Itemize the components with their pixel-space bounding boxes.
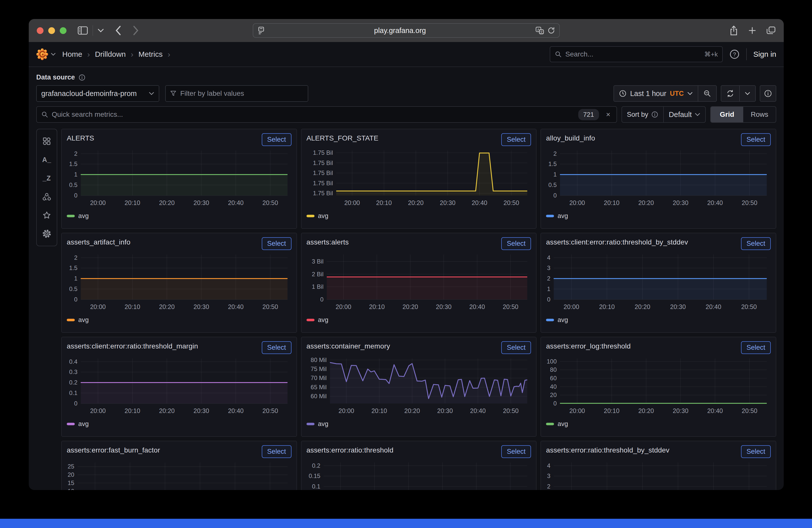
metrics-panel-grid: ALERTS Select 00.511.5220:0020:1020:2020… bbox=[61, 129, 776, 490]
panel-select-button[interactable]: Select bbox=[741, 133, 771, 146]
svg-text:20:00: 20:00 bbox=[338, 407, 354, 414]
global-search-input[interactable] bbox=[565, 50, 701, 58]
chart-legend[interactable]: avg bbox=[67, 212, 291, 220]
gear-icon[interactable] bbox=[39, 226, 55, 242]
metric-chart[interactable]: 60 Mil65 Mil70 Mil75 Mil80 Mil20:0020:10… bbox=[306, 356, 531, 417]
view-mode-grid[interactable]: Grid bbox=[711, 107, 743, 122]
panel-select-button[interactable]: Select bbox=[262, 133, 291, 146]
org-switcher-chevron-icon[interactable] bbox=[51, 53, 56, 56]
help-icon[interactable]: ? bbox=[729, 49, 740, 59]
chart-legend[interactable]: avg bbox=[67, 316, 291, 324]
group-icon[interactable] bbox=[39, 189, 55, 205]
label-filter-box[interactable] bbox=[165, 85, 308, 102]
panel-select-button[interactable]: Select bbox=[262, 445, 291, 458]
svg-text:1.75 Bil: 1.75 Bil bbox=[313, 190, 333, 196]
legend-swatch-icon bbox=[67, 423, 75, 425]
panel-select-button[interactable]: Select bbox=[501, 341, 531, 354]
global-search-box[interactable]: ⌘+k bbox=[550, 46, 723, 62]
apps-grid-icon[interactable] bbox=[39, 133, 55, 149]
chart-legend[interactable]: avg bbox=[546, 420, 771, 428]
sidebar-toggle-icon[interactable] bbox=[77, 26, 88, 35]
svg-text:3: 3 bbox=[547, 472, 551, 479]
chart-legend[interactable]: avg bbox=[67, 420, 291, 428]
view-mode-rows[interactable]: Rows bbox=[743, 107, 776, 122]
panel-select-button[interactable]: Select bbox=[501, 133, 531, 146]
svg-text:20:10: 20:10 bbox=[599, 303, 615, 310]
grafana-logo[interactable] bbox=[36, 48, 48, 60]
metric-chart[interactable]: 00.511.5220:0020:1020:2020:3020:4020:50 bbox=[67, 252, 291, 313]
svg-text:0: 0 bbox=[74, 400, 77, 407]
info-icon[interactable] bbox=[651, 111, 658, 118]
svg-text:0: 0 bbox=[74, 296, 77, 303]
chart-legend[interactable]: avg bbox=[306, 212, 531, 220]
data-source-picker[interactable]: grafanacloud-demoinfra-prom bbox=[36, 85, 159, 102]
refresh-interval-chevron[interactable] bbox=[739, 86, 755, 101]
breadcrumb-item[interactable]: Drilldown bbox=[95, 50, 126, 59]
panel-title: asserts_artifact_info bbox=[67, 237, 130, 246]
svg-text:20:00: 20:00 bbox=[569, 407, 585, 414]
panel-select-button[interactable]: Select bbox=[741, 237, 771, 250]
metric-panel: asserts:alerts Select 01 Bil2 Bil3 Bil20… bbox=[301, 233, 537, 333]
panel-title: asserts:client:error:ratio:threshold_by_… bbox=[546, 237, 688, 246]
address-bar[interactable]: play.grafana.org A 文 bbox=[253, 23, 560, 38]
tab-group-chevron-icon[interactable] bbox=[98, 28, 104, 33]
chart-legend[interactable]: avg bbox=[306, 316, 531, 324]
metric-panel: ALERTS_FOR_STATE Select 1.75 Bil1.75 Bil… bbox=[301, 129, 537, 229]
refresh-button[interactable] bbox=[721, 86, 739, 101]
back-icon[interactable] bbox=[115, 25, 122, 36]
metric-chart[interactable]: 1.75 Bil1.75 Bil1.75 Bil1.75 Bil1.75 Bil… bbox=[306, 148, 531, 209]
page-info-button[interactable] bbox=[760, 85, 776, 102]
time-range-picker[interactable]: Last 1 hour UTC bbox=[614, 86, 698, 101]
browser-toolbar: play.grafana.org A 文 bbox=[29, 19, 784, 42]
panel-select-button[interactable]: Select bbox=[741, 341, 771, 354]
metric-chart[interactable]: 01 Bil2 Bil3 Bil20:0020:1020:2020:3020:4… bbox=[306, 252, 531, 313]
panel-select-button[interactable]: Select bbox=[262, 237, 291, 250]
chart-legend[interactable]: avg bbox=[546, 316, 771, 324]
minimize-window-button[interactable] bbox=[48, 27, 55, 34]
info-icon[interactable] bbox=[78, 74, 86, 81]
svg-text:文: 文 bbox=[540, 30, 543, 34]
breadcrumb-item[interactable]: Metrics bbox=[139, 50, 163, 59]
label-filter-input[interactable] bbox=[180, 89, 304, 98]
new-tab-icon[interactable] bbox=[748, 26, 757, 35]
reload-icon[interactable] bbox=[547, 27, 555, 34]
chart-legend[interactable]: avg bbox=[306, 420, 531, 428]
fullscreen-window-button[interactable] bbox=[60, 27, 67, 34]
breadcrumb-item[interactable]: Home bbox=[62, 50, 82, 59]
close-window-button[interactable] bbox=[37, 27, 44, 34]
quick-search-input[interactable] bbox=[52, 111, 575, 118]
svg-text:20:00: 20:00 bbox=[90, 303, 106, 310]
metric-chart[interactable]: 0123420:0020:1020:2020:3020:4020:50 bbox=[546, 252, 771, 313]
sort-value-dropdown[interactable]: Default bbox=[663, 107, 705, 122]
url-text: play.grafana.org bbox=[265, 27, 535, 35]
panel-select-button[interactable]: Select bbox=[262, 341, 291, 354]
search-shortcut-hint: ⌘+k bbox=[704, 50, 718, 58]
forward-icon[interactable] bbox=[132, 25, 140, 36]
panel-select-button[interactable]: Select bbox=[501, 445, 531, 458]
metric-chart[interactable]: 00.511.5220:0020:1020:2020:3020:4020:50 bbox=[67, 148, 291, 209]
svg-text:20:10: 20:10 bbox=[125, 303, 140, 310]
svg-text:2: 2 bbox=[547, 483, 551, 490]
reader-icon[interactable] bbox=[257, 26, 265, 35]
tabs-overview-icon[interactable] bbox=[766, 26, 776, 35]
filter-prefix-icon[interactable]: A_ bbox=[39, 152, 55, 168]
zoom-out-button[interactable] bbox=[698, 86, 716, 101]
metric-chart[interactable]: 02040608010020:0020:1020:2020:3020:4020:… bbox=[546, 356, 771, 417]
metric-chart[interactable]: 00.10.20.30.420:0020:1020:2020:3020:4020… bbox=[67, 356, 291, 417]
share-icon[interactable] bbox=[729, 25, 738, 36]
star-icon[interactable] bbox=[39, 207, 55, 223]
metric-chart[interactable]: 00.511.5220:0020:1020:2020:3020:4020:50 bbox=[546, 148, 771, 209]
chart-legend[interactable]: avg bbox=[546, 212, 771, 220]
filter-suffix-icon[interactable]: _Z bbox=[39, 170, 55, 186]
metric-chart[interactable]: 00.050.10.150.220:0020:1020:2020:3020:40… bbox=[306, 460, 531, 490]
panel-select-button[interactable]: Select bbox=[501, 237, 531, 250]
svg-text:0.4: 0.4 bbox=[69, 358, 77, 365]
sign-in-button[interactable]: Sign in bbox=[753, 50, 776, 59]
panel-select-button[interactable]: Select bbox=[741, 445, 771, 458]
metric-chart[interactable]: 051015202520:0020:1020:2020:3020:4020:50 bbox=[67, 460, 291, 490]
translate-icon[interactable]: A 文 bbox=[535, 26, 544, 35]
quick-search-box[interactable]: 721 × bbox=[36, 106, 617, 123]
clear-search-icon[interactable]: × bbox=[606, 110, 610, 119]
svg-text:20:20: 20:20 bbox=[159, 199, 175, 206]
metric-chart[interactable]: 0123420:0020:1020:2020:3020:4020:50 bbox=[546, 460, 771, 490]
